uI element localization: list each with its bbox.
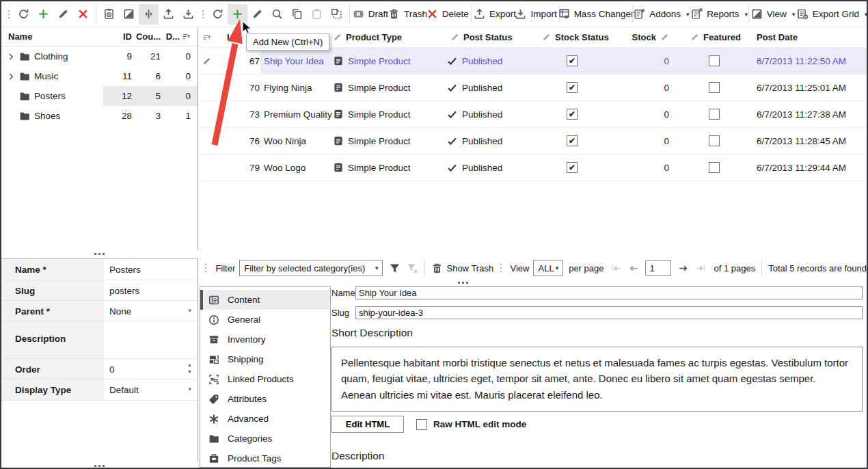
stock-status-checkbox[interactable] [567, 82, 578, 93]
tab-product-tags[interactable]: Product Tags [200, 448, 330, 468]
paste-special-button[interactable] [327, 4, 347, 25]
paste-button[interactable] [307, 4, 327, 25]
reports-dropdown[interactable]: Reports▾ [693, 4, 745, 25]
spin-up-icon[interactable]: ▲ [187, 362, 192, 368]
column-header-featured[interactable]: Featured [678, 27, 744, 47]
toolbar-drag-handle[interactable] [6, 9, 12, 20]
cell-post-status[interactable]: Published [446, 75, 541, 100]
column-header-post-status[interactable]: Post Status [446, 27, 541, 47]
tab-general[interactable]: General [200, 310, 330, 330]
featured-checkbox[interactable] [709, 162, 720, 173]
order-stepper[interactable]: 0▲▼ [104, 359, 198, 379]
product-name-input[interactable] [355, 286, 863, 299]
column-header-stock[interactable]: Stock [642, 27, 678, 47]
view-dropdown[interactable]: View▾ [752, 4, 794, 25]
last-page-icon[interactable] [695, 263, 707, 274]
delete-button[interactable]: Delete [427, 4, 468, 25]
copy-button[interactable] [287, 4, 307, 25]
tree-row-selected[interactable]: Posters 12 5 0 [1, 86, 198, 106]
slug-field[interactable]: posters [104, 280, 198, 300]
tree-row[interactable]: Music 11 6 0 [1, 66, 198, 86]
table-row[interactable]: 67 Ship Your Idea Simple Product Publish… [199, 48, 867, 75]
parent-dropdown[interactable]: None▾ [104, 301, 198, 321]
description-field[interactable] [104, 321, 198, 358]
panel-splitter[interactable] [458, 282, 468, 284]
featured-checkbox[interactable] [709, 135, 720, 146]
cell-post-date[interactable]: 6/7/2013 11:25:01 AM [744, 75, 867, 100]
category-name[interactable]: Music [34, 71, 58, 81]
category-name[interactable]: Shoes [34, 111, 60, 121]
cell-product-type[interactable]: Simple Product [333, 101, 446, 127]
tab-advanced[interactable]: Advanced [200, 409, 330, 429]
column-header-post-date[interactable]: Post Date [744, 27, 867, 47]
product-slug-input[interactable] [355, 306, 863, 319]
cell-stock[interactable]: 0 [642, 101, 678, 127]
column-header-name[interactable]: Name [1, 31, 103, 42]
addons-dropdown[interactable]: Addons▾ [636, 4, 687, 25]
column-header-stock-status[interactable]: Stock Status [541, 27, 642, 47]
raw-html-checkbox[interactable] [416, 419, 427, 430]
featured-checkbox[interactable] [709, 55, 720, 66]
product-add-button[interactable] [228, 4, 247, 25]
category-delete-button[interactable] [73, 4, 93, 25]
stock-status-checkbox[interactable] [567, 109, 578, 120]
expand-chevron-icon[interactable] [7, 53, 15, 61]
table-row[interactable]: 76 Woo Ninja Simple Product Published 0 … [199, 128, 867, 155]
category-add-button[interactable] [33, 4, 53, 25]
cell-post-date[interactable]: 6/7/2013 11:27:38 AM [744, 101, 867, 127]
cell-post-date[interactable]: 6/7/2013 11:22:50 AM [744, 48, 867, 74]
featured-checkbox[interactable] [709, 82, 720, 93]
cell-stock[interactable]: 0 [642, 75, 678, 100]
tab-shipping[interactable]: Shipping [200, 349, 330, 369]
cell-name[interactable]: Woo Ninja [260, 128, 333, 154]
cell-post-status[interactable]: Published [446, 155, 541, 180]
cell-id[interactable]: 73 [214, 101, 260, 127]
short-description-textarea[interactable]: Pellentesque habitant morbi tristique se… [331, 347, 863, 412]
clear-filter-icon[interactable] [407, 263, 418, 274]
category-refresh-button[interactable] [14, 4, 33, 25]
first-page-icon[interactable] [610, 263, 622, 274]
per-page-dropdown[interactable]: ALL▾ [533, 260, 563, 276]
tab-attributes[interactable]: Attributes [200, 389, 330, 409]
cell-product-type[interactable]: Simple Product [333, 75, 446, 100]
cell-stock[interactable]: 0 [642, 48, 678, 74]
category-name[interactable]: Posters [34, 91, 66, 101]
page-number-input[interactable] [645, 260, 671, 276]
tab-linked-products[interactable]: Linked Products [200, 369, 330, 389]
apply-filter-icon[interactable] [389, 263, 401, 274]
cell-id[interactable]: 67 [214, 48, 260, 74]
export-grid-dropdown[interactable]: Export Grid▾ [800, 4, 864, 25]
panel-splitter[interactable] [94, 465, 105, 467]
product-refresh-button[interactable] [208, 4, 228, 25]
cell-name[interactable]: Flying Ninja [260, 75, 333, 100]
featured-checkbox[interactable] [709, 109, 720, 120]
cell-id[interactable]: 79 [214, 155, 260, 180]
stock-status-checkbox[interactable] [567, 162, 578, 173]
table-row[interactable]: 70 Flying Ninja Simple Product Published… [199, 75, 867, 101]
cell-post-status[interactable]: Published [446, 101, 541, 127]
column-header-id[interactable]: ID [103, 31, 133, 42]
name-field[interactable]: Posters [104, 259, 198, 280]
tree-row[interactable]: Clothing 9 21 0 [1, 46, 198, 66]
autofit-columns-button[interactable] [139, 4, 159, 25]
cell-post-date[interactable]: 6/7/2013 11:28:45 AM [744, 128, 867, 154]
export-button[interactable]: Export [474, 4, 515, 25]
import-button[interactable]: Import [515, 4, 556, 25]
cell-post-status[interactable]: Published [446, 48, 541, 74]
toolbar-drag-handle[interactable] [200, 9, 206, 20]
mass-changer-button[interactable]: Mass Changer [562, 4, 629, 25]
column-header-product-type[interactable]: Product Type [333, 27, 446, 47]
cell-product-type[interactable]: Simple Product [333, 128, 446, 154]
cell-id[interactable]: 70 [214, 75, 260, 100]
export-categories-button[interactable] [159, 4, 178, 25]
display-type-dropdown[interactable]: Default▾ [104, 379, 198, 400]
column-header-d[interactable]: D... [165, 31, 198, 42]
chevron-down-icon[interactable]: ▾ [188, 307, 191, 314]
cell-stock[interactable]: 0 [642, 155, 678, 180]
tab-content[interactable]: Content [200, 290, 330, 310]
expand-chevron-icon[interactable] [7, 72, 15, 81]
product-search-button[interactable] [267, 4, 287, 25]
cell-post-date[interactable]: 6/7/2013 11:29:44 AM [744, 155, 867, 180]
table-row[interactable]: 79 Woo Logo Simple Product Published 0 6… [199, 155, 867, 181]
table-row[interactable]: 73 Premium Quality Simple Product Publis… [199, 101, 867, 128]
